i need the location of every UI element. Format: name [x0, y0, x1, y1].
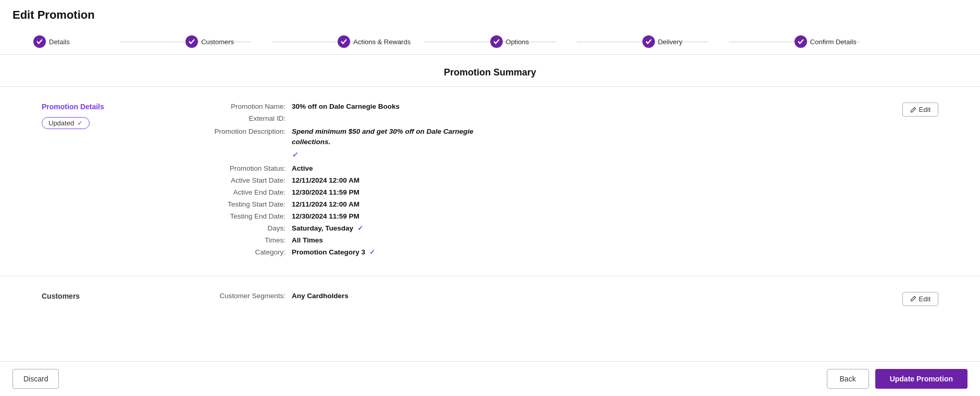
promo-desc-value: Spend minimum $50 and get 30% off on Dal…	[292, 126, 479, 160]
field-row-days: Days: Saturday, Tuesday ✓	[177, 224, 892, 232]
field-row-name: Promotion Name: 30% off on Dale Carnegie…	[177, 103, 892, 110]
step-actions-label: Actions & Rewards	[353, 38, 411, 46]
updated-check-icon: ✓	[77, 119, 83, 127]
customers-left: Customers	[42, 292, 156, 306]
days-label: Days:	[177, 224, 292, 232]
customers-fields: Customer Segments: Any Cardholders	[177, 292, 892, 304]
footer-left: Discard	[13, 369, 59, 389]
category-label: Category:	[177, 248, 292, 256]
back-button[interactable]: Back	[827, 369, 869, 389]
step-delivery: Delivery	[642, 29, 795, 54]
testing-end-value: 12/30/2024 11:59 PM	[292, 212, 359, 220]
promo-desc-label: Promotion Description:	[177, 127, 292, 135]
updated-badge: Updated ✓	[42, 117, 90, 129]
active-start-value: 12/11/2024 12:00 AM	[292, 176, 359, 184]
promo-status-value: Active	[292, 164, 313, 172]
field-row-description: Promotion Description: Spend minimum $50…	[177, 126, 892, 160]
customer-segments-label: Customer Segments:	[177, 292, 292, 300]
update-promotion-button[interactable]: Update Promotion	[875, 369, 967, 389]
customer-segments-value: Any Cardholders	[292, 292, 349, 300]
customers-section: Customers Customer Segments: Any Cardhol…	[0, 276, 980, 322]
field-row-customer-segments: Customer Segments: Any Cardholders	[177, 292, 892, 300]
step-customers: Customers	[185, 29, 338, 54]
updated-badge-text: Updated	[48, 119, 74, 127]
stepper: Details Customers Actions & Rewards	[13, 29, 967, 54]
testing-start-value: 12/11/2024 12:00 AM	[292, 200, 359, 208]
days-check-icon: ✓	[357, 224, 363, 232]
step-actions-icon	[338, 35, 350, 48]
customers-section-label: Customers	[42, 292, 156, 300]
active-start-label: Active Start Date:	[177, 176, 292, 184]
discard-button[interactable]: Discard	[13, 369, 59, 389]
promo-details-section-label: Promotion Details	[42, 103, 156, 111]
customers-edit-button[interactable]: Edit	[902, 292, 938, 306]
step-options-icon	[490, 35, 503, 48]
page-title: Edit Promotion	[13, 8, 967, 29]
step-details-label: Details	[49, 38, 70, 46]
step-confirm-icon	[795, 35, 807, 48]
promo-name-label: Promotion Name:	[177, 103, 292, 110]
active-end-value: 12/30/2024 11:59 PM	[292, 188, 359, 196]
pencil-icon-2	[910, 296, 916, 302]
category-value: Promotion Category 3 ✓	[292, 248, 375, 256]
step-options: Options	[490, 29, 642, 54]
days-value: Saturday, Tuesday ✓	[292, 224, 363, 232]
field-row-category: Category: Promotion Category 3 ✓	[177, 248, 892, 256]
field-row-active-end: Active End Date: 12/30/2024 11:59 PM	[177, 188, 892, 196]
promo-fields: Promotion Name: 30% off on Dale Carnegie…	[177, 103, 892, 260]
active-end-label: Active End Date:	[177, 188, 292, 196]
summary-title: Promotion Summary	[0, 55, 980, 87]
field-row-status: Promotion Status: Active	[177, 164, 892, 172]
page-wrapper: Edit Promotion Details Customers	[0, 0, 980, 396]
step-delivery-label: Delivery	[658, 38, 683, 46]
external-id-label: External ID:	[177, 114, 292, 122]
footer: Discard Back Update Promotion	[0, 361, 980, 396]
field-row-testing-start: Testing Start Date: 12/11/2024 12:00 AM	[177, 200, 892, 208]
times-value: All Times	[292, 236, 323, 244]
step-delivery-icon	[642, 35, 655, 48]
field-row-times: Times: All Times	[177, 236, 892, 244]
category-check-icon: ✓	[369, 248, 375, 256]
field-row-active-start: Active Start Date: 12/11/2024 12:00 AM	[177, 176, 892, 184]
description-text: Spend minimum $50 and get 30% off on Dal…	[292, 126, 479, 160]
testing-start-label: Testing Start Date:	[177, 200, 292, 208]
step-confirm-label: Confirm Details	[810, 38, 857, 46]
step-confirm: Confirm Details	[795, 29, 947, 54]
main-content: Promotion Summary Promotion Details Upda…	[0, 55, 980, 396]
step-details-icon	[33, 35, 46, 48]
promo-details-left: Promotion Details Updated ✓	[42, 103, 156, 260]
step-customers-icon	[185, 35, 198, 48]
footer-right: Back Update Promotion	[827, 369, 967, 389]
customers-right: Customer Segments: Any Cardholders Edit	[177, 292, 938, 306]
times-label: Times:	[177, 236, 292, 244]
step-details: Details	[33, 29, 185, 54]
field-row-external-id: External ID:	[177, 114, 892, 122]
step-customers-label: Customers	[201, 38, 234, 46]
testing-end-label: Testing End Date:	[177, 212, 292, 220]
promotion-details-section: Promotion Details Updated ✓ Promotion Na…	[0, 87, 980, 276]
pencil-icon	[910, 107, 916, 113]
promo-details-edit-button[interactable]: Edit	[902, 103, 938, 117]
field-row-testing-end: Testing End Date: 12/30/2024 11:59 PM	[177, 212, 892, 220]
promo-details-right: Promotion Name: 30% off on Dale Carnegie…	[177, 103, 938, 260]
promo-status-label: Promotion Status:	[177, 164, 292, 172]
step-options-label: Options	[506, 38, 529, 46]
promo-name-value: 30% off on Dale Carnegie Books	[292, 103, 400, 110]
page-header: Edit Promotion Details Customers	[0, 0, 980, 55]
description-check-icon: ✓	[292, 150, 479, 160]
step-actions-rewards: Actions & Rewards	[338, 29, 490, 54]
